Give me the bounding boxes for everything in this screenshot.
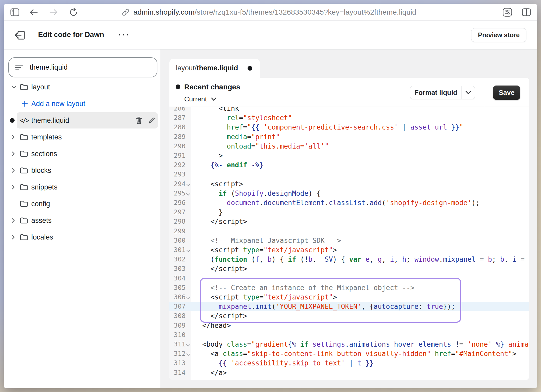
folder-icon <box>20 129 28 145</box>
code-line[interactable]: 289 media="print" <box>169 132 529 142</box>
code-text: <body class="gradient{% if settings.anim… <box>194 340 529 349</box>
sidebar-item-snippets[interactable]: snippets <box>4 179 160 195</box>
sidebar-item-assets[interactable]: assets <box>4 212 160 229</box>
code-text: onload="this.media='all'" <box>194 142 329 151</box>
fold-chevron-icon[interactable] <box>187 192 190 195</box>
chevron-down-icon[interactable] <box>12 79 16 95</box>
line-number: 301 <box>169 245 186 255</box>
code-file-icon: </> <box>20 112 29 129</box>
line-number: 314 <box>169 368 186 377</box>
code-line[interactable]: 291 > <box>169 151 529 160</box>
code-text: <a class="skip-to-content-link button vi… <box>194 349 517 358</box>
code-line[interactable]: 309 </head> <box>169 321 529 330</box>
code-line[interactable]: 292 {%- endif -%} <box>169 160 529 170</box>
code-line[interactable]: 314 </a> <box>169 368 529 377</box>
chevron-right-icon[interactable] <box>12 229 16 246</box>
chevron-right-icon[interactable] <box>12 212 16 229</box>
code-line[interactable]: 297 } <box>169 207 529 217</box>
sidebar-item-theme-liquid[interactable]: </>theme.liquid <box>4 112 160 129</box>
format-options-chevron[interactable] <box>462 91 475 94</box>
delete-file-icon[interactable] <box>135 112 143 129</box>
fold-chevron-icon[interactable] <box>187 352 190 356</box>
code-text: mixpanel.init('YOUR_MIXPANEL_TOKEN', {au… <box>194 302 455 311</box>
sidebar-item-layout[interactable]: layout <box>4 79 160 95</box>
unsaved-dot <box>248 66 252 71</box>
exit-icon[interactable] <box>14 29 26 41</box>
chevron-right-icon[interactable] <box>12 129 16 145</box>
code-text: {%- endif -%} <box>194 160 263 170</box>
code-line[interactable]: 303 </script> <box>169 264 529 273</box>
sidebar-item-templates[interactable]: templates <box>4 129 160 145</box>
reload-icon[interactable] <box>70 4 77 21</box>
url-bar[interactable]: admin.shopify.com/store/rzq1xu-f5/themes… <box>121 4 416 21</box>
code-line[interactable]: 312 <a class="skip-to-content-link butto… <box>169 349 529 358</box>
back-icon[interactable] <box>30 4 38 21</box>
sidebar-item-locales[interactable]: locales <box>4 229 160 246</box>
forward-icon[interactable] <box>50 4 57 21</box>
code-line[interactable]: 286 <link <box>169 107 529 113</box>
fold-chevron-icon[interactable] <box>187 343 190 346</box>
code-line[interactable]: 305 <!-- Create an instance of the Mixpa… <box>169 283 529 292</box>
line-number: 297 <box>169 207 186 217</box>
code-line[interactable]: 288 href="{{ 'component-predictive-searc… <box>169 123 529 132</box>
code-line[interactable]: 299 <box>169 226 529 236</box>
version-dropdown[interactable]: Current <box>184 95 216 103</box>
code-line[interactable]: 302 (function (f, b) { if (!b.__SV) { va… <box>169 255 529 264</box>
add-layout-link[interactable]: Add a new layout <box>4 95 160 112</box>
browser-window: admin.shopify.com/store/rzq1xu-f5/themes… <box>4 4 537 388</box>
chevron-right-icon[interactable] <box>12 162 16 179</box>
chevron-right-icon[interactable] <box>12 179 16 195</box>
recent-changes-label: Recent changes <box>184 83 240 91</box>
chevron-right-icon[interactable] <box>12 145 16 162</box>
fold-chevron-icon[interactable] <box>187 249 190 252</box>
tree-item-label: theme.liquid <box>31 112 69 129</box>
line-number: 287 <box>169 113 186 123</box>
code-text: if (Shopify.designMode) { <box>194 189 321 198</box>
file-search-input[interactable]: theme.liquid <box>8 57 157 77</box>
sidebar-item-blocks[interactable]: blocks <box>4 162 160 179</box>
line-number: 308 <box>169 311 186 321</box>
code-line[interactable]: 294 <script> <box>169 179 529 189</box>
code-text: </script> <box>194 311 247 321</box>
tab-label: layout/theme.liquid <box>176 64 238 72</box>
code-line[interactable]: 308 </script> <box>169 311 529 321</box>
code-line[interactable]: 311 <body class="gradient{% if settings.… <box>169 340 529 349</box>
code-line[interactable]: 290 onload="this.media='all'" <box>169 142 529 151</box>
sidebar-toggle-icon[interactable] <box>10 4 19 21</box>
line-number: 305 <box>169 283 186 292</box>
code-line[interactable]: 310 <box>169 330 529 340</box>
line-number: 304 <box>169 274 186 283</box>
sidebar-item-sections[interactable]: sections <box>4 145 160 162</box>
tree-item-label: layout <box>31 79 50 95</box>
line-number: 302 <box>169 255 186 264</box>
fold-chevron-icon[interactable] <box>187 296 190 299</box>
extensions-icon[interactable] <box>503 4 512 21</box>
code-line[interactable]: 296 document.documentElement.classList.a… <box>169 198 529 207</box>
line-number: 313 <box>169 358 186 368</box>
code-line[interactable]: 306 <script type="text/javascript"> <box>169 292 529 302</box>
more-actions-icon[interactable] <box>119 21 128 49</box>
format-liquid-button[interactable]: Format liquid <box>410 86 475 99</box>
line-number: 312 <box>169 349 186 358</box>
filter-icon <box>15 64 24 71</box>
tree-item-label: config <box>31 195 50 212</box>
code-area[interactable]: 286 <link287 rel="stylesheet"288 href="{… <box>169 107 529 380</box>
code-line[interactable]: 298 </script> <box>169 217 529 226</box>
sidebar-item-config[interactable]: config <box>4 195 160 212</box>
code-line[interactable]: 313 {{ 'accessibility.skip_to_text' | t … <box>169 358 529 368</box>
code-line[interactable]: 304 <box>169 274 529 283</box>
fold-chevron-icon[interactable] <box>187 183 190 186</box>
code-line[interactable]: 301 <script type="text/javascript"> <box>169 245 529 255</box>
code-line[interactable]: 295 if (Shopify.designMode) { <box>169 189 529 198</box>
link-icon <box>121 8 130 16</box>
code-line[interactable]: 300 <!-- Mixpanel Javascript SDK --> <box>169 236 529 245</box>
split-view-icon[interactable] <box>522 4 531 21</box>
save-button[interactable]: Save <box>493 85 520 100</box>
code-line[interactable]: 307 mixpanel.init('YOUR_MIXPANEL_TOKEN',… <box>169 302 529 311</box>
code-line[interactable]: 293 <box>169 170 529 179</box>
code-line[interactable]: 287 rel="stylesheet" <box>169 113 529 123</box>
plus-icon <box>22 95 28 112</box>
tab-theme-liquid[interactable]: layout/theme.liquid <box>169 59 260 78</box>
preview-store-button[interactable]: Preview store <box>471 28 526 42</box>
rename-file-icon[interactable] <box>148 112 156 129</box>
